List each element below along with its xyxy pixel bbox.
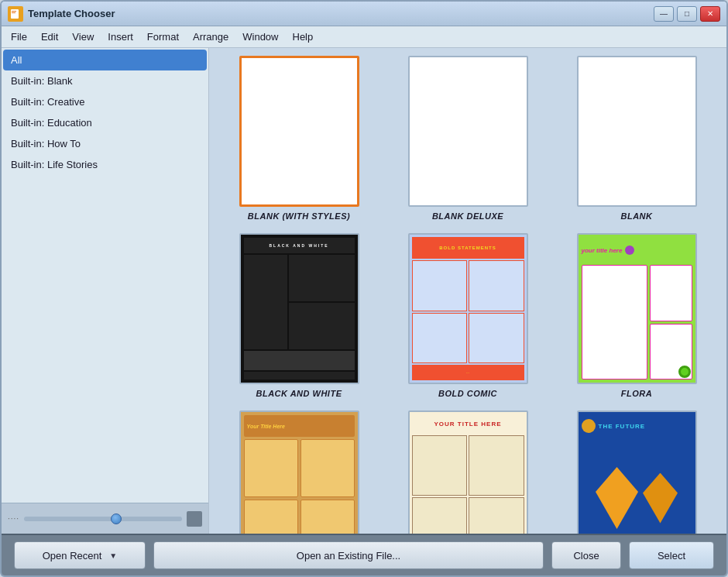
close-button[interactable]: Close — [551, 541, 621, 569]
template-blank-deluxe[interactable]: BLANK DELUXE — [390, 56, 546, 221]
template-thumb-row3-2: YOUR TITLE HERE — [408, 410, 528, 534]
template-row3-2[interactable]: YOUR TITLE HERE — [390, 410, 546, 534]
zoom-slider-track[interactable] — [24, 517, 182, 521]
select-label: Select — [658, 550, 685, 562]
window-title: Template Chooser — [28, 8, 654, 19]
title-bar: Template Chooser — □ ✕ — [2, 2, 726, 26]
template-label-blank: BLANK — [621, 211, 653, 221]
template-grid-wrapper: BLANK (WITH STYLES) BLANK DELUXE BLANK — [209, 48, 726, 534]
svg-rect-0 — [11, 9, 19, 19]
template-row3-1[interactable]: Your Title Here — [221, 410, 377, 534]
template-thumb-black-white: BLACK AND WHITE — [239, 233, 359, 384]
template-blank-styles[interactable]: BLANK (WITH STYLES) — [221, 56, 377, 221]
sidebar-item-creative[interactable]: Built-in: Creative — [3, 91, 207, 112]
template-blank[interactable]: BLANK — [558, 56, 715, 221]
svg-rect-2 — [12, 12, 15, 13]
close-label: Close — [573, 550, 599, 562]
main-content: All Built-in: Blank Built-in: Creative B… — [2, 48, 726, 534]
open-existing-label: Open an Existing File... — [297, 550, 400, 562]
open-recent-label: Open Recent — [43, 550, 102, 562]
select-button[interactable]: Select — [629, 541, 714, 569]
template-thumb-future: THE FUTURE — [577, 410, 697, 534]
bottom-bar: Open Recent ▼ Open an Existing File... C… — [2, 534, 726, 575]
sidebar-bottom: ···· — [2, 503, 208, 534]
sidebar-dots: ···· — [8, 514, 19, 523]
maximize-button[interactable]: □ — [677, 6, 697, 22]
template-label-blank-deluxe: BLANK DELUXE — [432, 211, 503, 221]
menu-format[interactable]: Format — [141, 29, 185, 45]
menu-file[interactable]: File — [5, 29, 33, 45]
main-window: Template Chooser — □ ✕ File Edit View In… — [0, 0, 728, 577]
sidebar-item-howto[interactable]: Built-in: How To — [3, 133, 207, 154]
sidebar-item-blank[interactable]: Built-in: Blank — [3, 70, 207, 91]
open-existing-button[interactable]: Open an Existing File... — [153, 541, 544, 569]
template-black-white[interactable]: BLACK AND WHITE — [221, 233, 377, 398]
template-label-black-white: BLACK AND WHITE — [256, 389, 342, 398]
dropdown-arrow-icon: ▼ — [109, 551, 117, 560]
zoom-slider-thumb[interactable] — [111, 513, 122, 524]
template-grid: BLANK (WITH STYLES) BLANK DELUXE BLANK — [221, 56, 715, 534]
template-thumb-bold-comic: BOLD STATEMENTS ··· — [408, 233, 528, 384]
menu-edit[interactable]: Edit — [35, 29, 64, 45]
sidebar-item-education[interactable]: Built-in: Education — [3, 112, 207, 133]
window-controls: — □ ✕ — [654, 6, 720, 22]
sidebar-item-lifestories[interactable]: Built-in: Life Stories — [3, 154, 207, 175]
template-thumb-blank — [577, 56, 697, 207]
svg-rect-1 — [12, 11, 16, 12]
template-future[interactable]: THE FUTURE — [558, 410, 715, 534]
menu-insert[interactable]: Insert — [101, 29, 139, 45]
template-thumb-blank-styles — [239, 56, 359, 207]
menu-arrange[interactable]: Arrange — [187, 29, 235, 45]
template-thumb-flora: your title here — [577, 233, 697, 384]
menu-window[interactable]: Window — [236, 29, 284, 45]
template-label-bold-comic: BOLD COMIC — [438, 389, 497, 398]
minimize-button[interactable]: — — [654, 6, 674, 22]
sidebar: All Built-in: Blank Built-in: Creative B… — [2, 48, 209, 534]
open-recent-button[interactable]: Open Recent ▼ — [14, 541, 146, 569]
template-label-blank-styles: BLANK (WITH STYLES) — [248, 211, 350, 221]
template-area: BLANK (WITH STYLES) BLANK DELUXE BLANK — [209, 48, 726, 534]
template-thumb-row3-1: Your Title Here — [239, 410, 359, 534]
menu-view[interactable]: View — [66, 29, 100, 45]
template-thumb-blank-deluxe — [408, 56, 528, 207]
app-icon — [8, 6, 23, 22]
menu-help[interactable]: Help — [287, 29, 320, 45]
menu-bar: File Edit View Insert Format Arrange Win… — [2, 26, 726, 48]
template-label-flora: FLORA — [621, 389, 652, 398]
sidebar-list: All Built-in: Blank Built-in: Creative B… — [2, 48, 208, 503]
template-flora[interactable]: your title here — [558, 233, 715, 398]
sidebar-item-all[interactable]: All — [3, 50, 207, 70]
close-window-button[interactable]: ✕ — [700, 6, 720, 22]
sidebar-view-toggle[interactable] — [187, 511, 202, 527]
template-bold-comic[interactable]: BOLD STATEMENTS ··· — [390, 233, 546, 398]
